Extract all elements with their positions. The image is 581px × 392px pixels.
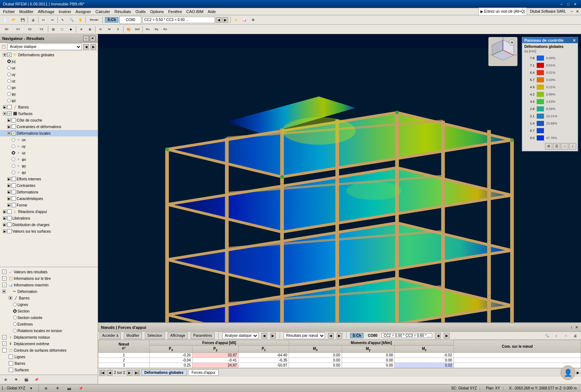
tree-item-surfaces[interactable]: ▼ ✓ ⬛ Surfaces	[0, 110, 98, 117]
cb-deformations-loc[interactable]: ✓	[12, 131, 16, 135]
print-btn[interactable]: 🖨	[29, 16, 37, 24]
expand-liberations[interactable]: ▶	[3, 216, 7, 220]
deform-btn[interactable]: Def	[133, 25, 141, 33]
menu-inserer[interactable]: Insérer	[57, 8, 73, 15]
next-page-btn[interactable]: ▶	[127, 370, 133, 376]
radio-section-coloree[interactable]	[13, 316, 17, 319]
item-barres-def[interactable]: ▼ ╱ Barres	[0, 295, 98, 301]
menu-aide[interactable]: Aide	[206, 8, 218, 15]
radio-lignes-def[interactable]	[13, 303, 17, 306]
panel-table-btn[interactable]: ☰	[553, 143, 560, 150]
view-yz-btn[interactable]: YZ	[36, 25, 47, 33]
print-results-btn[interactable]: 🖨	[571, 332, 579, 340]
radio-uz-loc[interactable]	[12, 151, 15, 155]
tab-deformations[interactable]: Déformations globales	[141, 369, 187, 376]
load-combo-display[interactable]: CO80	[119, 16, 141, 24]
tree-item-contraintes[interactable]: ▶ Contraintes et déformations	[0, 123, 98, 130]
load-badge[interactable]: S:Ch	[105, 17, 118, 23]
tree-item-phiz-loc[interactable]: ≈ φz	[0, 169, 98, 176]
menu-assigner[interactable]: Assigner	[73, 8, 93, 15]
tree-item-caract[interactable]: ▶ Caractéristiques	[0, 195, 98, 202]
cb-reactions[interactable]	[7, 209, 12, 214]
redo-btn[interactable]: ↪	[48, 16, 56, 24]
table-row[interactable]: 2 -0.04 -0.41 -6.35 0.00 0.00 0.00	[98, 358, 581, 363]
radio-uz[interactable]	[7, 79, 11, 83]
prev-page-btn[interactable]: ◀	[107, 370, 113, 376]
tb-prev3[interactable]: ◀	[435, 333, 441, 339]
cb-cote[interactable]	[12, 118, 16, 122]
tb-next2[interactable]: ▶	[337, 333, 342, 339]
expand-barres[interactable]: ▶	[3, 105, 7, 109]
first-page-btn[interactable]: |◀	[99, 370, 105, 376]
tree-item-phix[interactable]: φx	[0, 84, 98, 91]
item-valeurs-resultats[interactable]: 📈 Valeurs des résultats	[0, 269, 98, 275]
menu-calculer[interactable]: Calculer	[93, 8, 112, 15]
prev-load-btn[interactable]: ◀	[216, 17, 222, 23]
tree-item-reactions[interactable]: ▶ ↓ Réactions d'appui	[0, 208, 98, 215]
radio-ux[interactable]	[7, 66, 11, 70]
menu-outils[interactable]: Outils	[133, 8, 148, 15]
radio-ux-loc[interactable]	[12, 138, 15, 142]
3d-view[interactable]: Z X Y Panneau de contrôle ✕ Déformations…	[98, 34, 581, 384]
cb-deformations-globales[interactable]: ✓	[7, 53, 12, 57]
cb-surfaces[interactable]: ✓	[7, 111, 12, 116]
tree-item-distribution[interactable]: ▶ Distribution de charges	[0, 221, 98, 228]
panel-resize-btn[interactable]: ↕	[570, 325, 572, 329]
menu-fenetre[interactable]: Fenêtre	[166, 8, 184, 15]
view-3d-btn[interactable]: 3D	[1, 25, 12, 33]
cb-caract[interactable]	[12, 196, 16, 201]
menu-affichage[interactable]: Affichage	[36, 8, 57, 15]
cb-efforts[interactable]	[12, 177, 16, 181]
item-extremes[interactable]: Extrêmes	[0, 321, 98, 327]
cb-lignes-bottom[interactable]	[9, 355, 13, 359]
item-barres-bottom[interactable]: Barres	[0, 360, 98, 367]
menu-cao-bim[interactable]: CAO-BIM	[184, 8, 206, 15]
nav-restore-btn[interactable]: ↔	[83, 36, 89, 41]
cb-barres-bottom[interactable]	[9, 361, 13, 366]
radio-phiz[interactable]	[7, 99, 11, 102]
tree-item-uy-loc[interactable]: ≈ uy	[0, 143, 98, 150]
radio-u-abs[interactable]	[7, 60, 11, 63]
expand-deformation[interactable]: ▼	[2, 290, 6, 293]
menu-modifier[interactable]: Modifier	[17, 8, 36, 15]
axes-btn[interactable]: ⊕	[86, 25, 94, 33]
node-btn[interactable]: N	[97, 25, 105, 33]
rotate-x[interactable]: Rx	[144, 25, 152, 33]
minimize-button[interactable]: ─	[559, 2, 564, 6]
analysis-prev[interactable]: ◀	[83, 44, 89, 50]
close-panel-btn[interactable]: ✕	[574, 8, 580, 15]
panel-close-btn[interactable]: ✕	[575, 325, 578, 329]
radio-phiy[interactable]	[7, 92, 11, 96]
cb-surfaces-bottom[interactable]	[9, 368, 13, 372]
radio-phiy-loc[interactable]	[12, 164, 15, 168]
zoom-btn[interactable]: 🔍	[68, 16, 76, 24]
tree-item-efforts[interactable]: ▶ Efforts internes	[0, 176, 98, 182]
axes-toggle-btn[interactable]: ⊕	[2, 376, 10, 384]
radio-extremes[interactable]	[13, 322, 17, 326]
tree-item-phix-loc[interactable]: ≈ φx	[0, 156, 98, 163]
member-btn[interactable]: M	[105, 25, 113, 33]
item-rotations-torsion[interactable]: Rotations locales en torsion	[0, 327, 98, 334]
panel-export-btn[interactable]: →	[561, 143, 568, 150]
cb-contraintes[interactable]	[12, 124, 16, 129]
3d-cube-navigator[interactable]: Z X Y	[488, 37, 517, 66]
radio-section-def[interactable]	[13, 309, 17, 313]
radio-uy-loc[interactable]	[12, 144, 15, 148]
item-deplacements-nodaux[interactable]: ↕ Déplacements nodaux	[0, 334, 98, 340]
new-btn[interactable]: 📄	[1, 16, 9, 24]
expand-deform-s[interactable]: ▶	[7, 190, 11, 194]
results-by-combo[interactable]: Résultats par nœud	[284, 332, 325, 339]
render-btn[interactable]: Rendu	[87, 16, 101, 24]
radio-phix[interactable]	[7, 86, 11, 89]
cb-deplacements-nodaux[interactable]	[2, 335, 7, 339]
parametres-btn[interactable]: Paramètres	[191, 332, 215, 339]
expand-reactions[interactable]: ▶	[3, 210, 7, 213]
expand-valeurs-surf[interactable]: ▶	[3, 229, 7, 233]
expand-cote[interactable]: ▶	[7, 118, 11, 122]
item-section-coloree[interactable]: Section colorée	[0, 314, 98, 321]
analysis-next[interactable]: ▶	[90, 44, 96, 50]
next-load-btn[interactable]: ▶	[222, 17, 228, 23]
tree-item-phiy[interactable]: φy	[0, 91, 98, 97]
cb-deplacement-extreme[interactable]	[2, 342, 7, 346]
tb-next3[interactable]: ▶	[444, 333, 450, 339]
